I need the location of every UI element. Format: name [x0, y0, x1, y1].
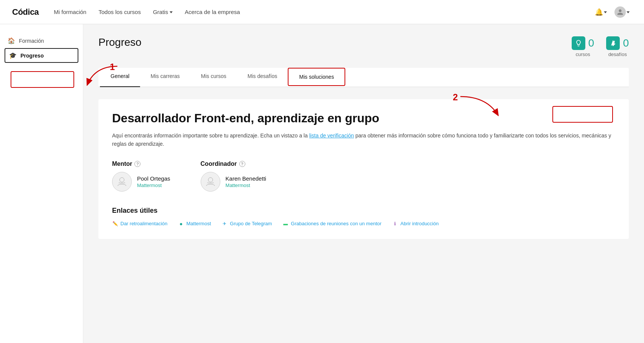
header: Códica Mi formación Todos los cursos Gra…	[0, 0, 644, 24]
sidebar-item-progreso[interactable]: 🎓 Progreso	[5, 48, 78, 63]
mentor-avatar	[112, 172, 132, 192]
section-description: Aquí encontrarás información importante …	[112, 131, 615, 148]
enlaces-title: Enlaces útiles	[112, 207, 615, 215]
video-icon: ▬	[282, 221, 288, 227]
coordinador-help-icon[interactable]: ?	[239, 161, 245, 167]
sidebar-item-formacion[interactable]: 🏠 Formación	[0, 33, 83, 48]
telegram-icon: ✈	[221, 221, 228, 227]
content-card: Desarrollador Front-end, aprendizaje en …	[98, 99, 629, 239]
nav-mi-formacion[interactable]: Mi formación	[54, 9, 86, 15]
mentor-title: Mentor ?	[112, 161, 170, 167]
main-nav: Mi formación Todos los cursos Gratis Ace…	[54, 9, 593, 15]
home-icon: 🏠	[8, 37, 15, 44]
cursos-icon	[572, 36, 585, 50]
info-icon: ℹ	[392, 221, 398, 227]
chevron-down-icon	[170, 11, 173, 13]
nav-gratis[interactable]: Gratis	[153, 9, 173, 15]
tabs: General Mis carreras Mis cursos Mis desa…	[98, 68, 629, 87]
main-content: Progreso 0 cursos	[83, 24, 644, 343]
coordinador-block: Coordinador ? K	[201, 161, 267, 192]
desafios-label: desafíos	[608, 51, 627, 57]
stats-row: 0 cursos 0 desafíos	[572, 36, 629, 57]
svg-point-0	[120, 178, 124, 182]
tab-mis-desafios[interactable]: Mis desafíos	[237, 68, 288, 87]
enlace-retroalimentacion[interactable]: ✏️ Dar retroalimentación	[112, 221, 167, 227]
nav-acerca[interactable]: Acerca de la empresa	[185, 9, 240, 15]
graduation-icon: 🎓	[9, 52, 17, 59]
tab-mis-soluciones[interactable]: Mis soluciones	[288, 68, 345, 86]
enlace-mattermost[interactable]: ● Mattermost	[178, 221, 211, 227]
course-title: Desarrollador Front-end, aprendizaje en …	[112, 111, 615, 125]
page-title: Progreso	[98, 36, 142, 48]
coordinador-platform-link[interactable]: Mattermost	[226, 182, 250, 188]
nav-todos-cursos[interactable]: Todos los cursos	[98, 9, 141, 15]
enlaces-row: ✏️ Dar retroalimentación ● Mattermost ✈ …	[112, 221, 615, 227]
mentor-platform-link[interactable]: Mattermost	[137, 182, 162, 188]
desafios-count: 0	[623, 37, 629, 49]
cursos-count: 0	[588, 37, 594, 49]
enlace-telegram[interactable]: ✈ Grupo de Telegram	[221, 221, 272, 227]
svg-point-2	[208, 178, 213, 182]
mentor-help-icon[interactable]: ?	[134, 161, 140, 167]
svg-rect-1	[119, 183, 125, 183]
edit-icon: ✏️	[112, 221, 118, 227]
coordinador-title: Coordinador ?	[201, 161, 267, 167]
coordinador-avatar	[201, 172, 220, 192]
mentor-info: Pool Ortegas Mattermost	[137, 175, 170, 188]
stat-desafios-top: 0	[606, 36, 629, 50]
mentor-person: Pool Ortegas Mattermost	[112, 172, 170, 192]
chevron-down-icon	[604, 11, 607, 13]
bell-icon: 🔔	[595, 8, 603, 16]
stat-cursos-top: 0	[572, 36, 594, 50]
roles-row: Mentor ? Pool O	[112, 161, 615, 192]
chat-icon: ●	[178, 221, 184, 227]
mentor-name: Pool Ortegas	[137, 175, 170, 182]
enlace-introduccion[interactable]: ℹ Abrir introducción	[392, 221, 439, 227]
user-menu-button[interactable]	[612, 5, 632, 19]
header-actions: 🔔	[593, 5, 632, 19]
enlace-grabaciones[interactable]: ▬ Grabaciones de reuniones con un mentor	[282, 221, 381, 227]
desafios-icon	[606, 36, 620, 50]
avatar	[614, 6, 626, 18]
tab-general[interactable]: General	[100, 68, 140, 87]
logo[interactable]: Códica	[12, 7, 39, 17]
page-body: 🏠 Formación 🎓 Progreso Progreso 0 cur	[0, 24, 644, 343]
page-header: Progreso 0 cursos	[98, 36, 629, 57]
coordinador-name: Karen Benedetti	[226, 175, 267, 182]
stat-cursos: 0 cursos	[572, 36, 594, 57]
sidebar: 🏠 Formación 🎓 Progreso	[0, 24, 83, 343]
tab-mis-cursos[interactable]: Mis cursos	[190, 68, 237, 87]
mentor-block: Mentor ? Pool O	[112, 161, 170, 192]
stat-desafios: 0 desafíos	[606, 36, 629, 57]
coordinador-info: Karen Benedetti Mattermost	[226, 175, 267, 188]
sidebar-item-label: Formación	[19, 38, 44, 44]
checklist-link[interactable]: lista de verificación	[309, 133, 354, 139]
chevron-down-icon	[627, 11, 630, 13]
cursos-label: cursos	[575, 51, 590, 57]
tab-mis-carreras[interactable]: Mis carreras	[140, 68, 190, 87]
notifications-button[interactable]: 🔔	[593, 6, 609, 18]
svg-rect-3	[208, 183, 213, 183]
coordinador-person: Karen Benedetti Mattermost	[201, 172, 267, 192]
sidebar-item-label: Progreso	[20, 53, 44, 59]
